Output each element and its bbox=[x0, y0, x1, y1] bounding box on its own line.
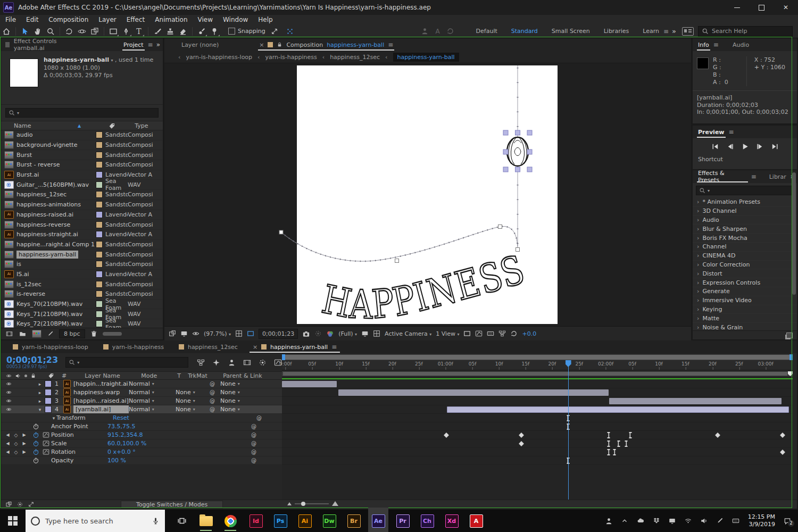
menu-item[interactable]: Animation bbox=[155, 16, 187, 23]
project-item-row[interactable]: happiness-reverse Sandstone Composi bbox=[1, 220, 163, 230]
label-color-chip[interactable] bbox=[96, 320, 103, 327]
parent-pickwhip-icon[interactable]: @ bbox=[210, 406, 215, 412]
effect-category-row[interactable]: Generate bbox=[693, 287, 797, 296]
home-icon[interactable] bbox=[0, 26, 13, 37]
pixel-aspect-icon[interactable] bbox=[463, 330, 471, 337]
last-frame-icon[interactable] bbox=[771, 143, 779, 151]
help-search-input[interactable]: Search Help bbox=[698, 26, 793, 37]
more-workspaces-icon[interactable]: » bbox=[672, 27, 675, 35]
breadcrumb[interactable]: yarn-is-happiness-loop bbox=[178, 54, 252, 61]
stopwatch-icon[interactable] bbox=[32, 423, 39, 430]
display-icon[interactable] bbox=[668, 517, 676, 525]
tab-layer-viewer[interactable]: Layer (none) bbox=[180, 38, 220, 51]
new-folder-icon[interactable] bbox=[19, 330, 27, 337]
effect-category-row[interactable]: CINEMA 4D bbox=[693, 252, 797, 261]
label-color-chip[interactable] bbox=[96, 261, 103, 268]
layer-expander-icon[interactable]: ▸ bbox=[37, 390, 43, 395]
delete-item-icon[interactable] bbox=[90, 330, 97, 337]
add-keyframe-icon[interactable]: ◇ bbox=[14, 441, 18, 446]
breadcrumb[interactable]: happiness_12sec bbox=[322, 54, 380, 61]
puppet-pin-tool-icon[interactable] bbox=[208, 26, 221, 37]
property-row[interactable]: ◀ ◇ ▶ ▾ Rotation 0 x+0.0 ° @ bbox=[1, 448, 282, 456]
next-frame-icon[interactable] bbox=[756, 143, 764, 151]
menu-item[interactable]: Edit bbox=[26, 16, 38, 23]
project-item-row[interactable]: Burst - reverse Sandstone Composi bbox=[1, 160, 163, 170]
trkmat-dropdown[interactable]: None▾ bbox=[176, 406, 210, 413]
tab-info[interactable]: Info bbox=[697, 38, 710, 51]
workspace-tab[interactable]: Libraries bbox=[604, 28, 629, 35]
effect-category-row[interactable]: Matte bbox=[693, 314, 797, 323]
timeline-search-input[interactable]: ▾ bbox=[65, 357, 188, 368]
layer-expander-icon[interactable]: ▸ bbox=[37, 398, 43, 404]
start-button[interactable] bbox=[0, 510, 26, 532]
project-item-row[interactable]: Burst Sandstone Composi bbox=[1, 150, 163, 160]
property-row[interactable]: ◀ ◇ ▶ ▾ Anchor Point 73.5,75.5 @ bbox=[1, 422, 282, 431]
effect-category-row[interactable]: Distort bbox=[693, 269, 797, 278]
workspace-tab[interactable]: Default bbox=[476, 28, 497, 35]
taskbar-app[interactable]: Ch bbox=[420, 511, 434, 531]
zoom-in-icon[interactable] bbox=[332, 501, 338, 506]
property-label[interactable]: Opacity bbox=[51, 457, 107, 464]
resolution-dropdown[interactable]: (Full) ▾ bbox=[338, 330, 357, 337]
menu-item[interactable]: Layer bbox=[98, 16, 116, 23]
label-color-chip[interactable] bbox=[96, 161, 103, 168]
property-label[interactable]: Transform bbox=[56, 414, 113, 421]
clone-stamp-tool-icon[interactable] bbox=[164, 26, 177, 37]
project-item-row[interactable]: Keys_72(210BPM).wav Sea Foam WAV bbox=[1, 319, 163, 328]
motion-blur-icon[interactable] bbox=[259, 359, 267, 367]
lock-column-icon[interactable] bbox=[30, 373, 36, 379]
property-label[interactable]: Anchor Point bbox=[51, 423, 107, 430]
tab-effects-presets[interactable]: Effects & Presets bbox=[697, 170, 748, 183]
project-panel-more-icon[interactable]: » bbox=[156, 41, 159, 48]
label-color-chip[interactable] bbox=[96, 241, 103, 248]
property-value[interactable]: 915.2,354.8 bbox=[107, 431, 187, 438]
layer-visibility-icon[interactable] bbox=[5, 389, 12, 395]
menu-item[interactable]: Effect bbox=[127, 16, 145, 23]
pan-behind-tool-icon[interactable] bbox=[88, 26, 101, 37]
project-panel-menu-icon[interactable]: ≡ bbox=[148, 41, 153, 48]
menu-item[interactable]: File bbox=[5, 16, 16, 23]
project-item-row[interactable]: Burst.ai Lavender Vector A bbox=[1, 170, 163, 180]
menu-item[interactable]: Window bbox=[223, 16, 248, 23]
effect-category-row[interactable]: Audio bbox=[693, 216, 797, 225]
snap-arrows-icon[interactable] bbox=[268, 26, 281, 37]
hide-shy-layers-icon[interactable] bbox=[228, 359, 236, 367]
label-color-chip[interactable] bbox=[96, 301, 103, 307]
column-parent-link[interactable]: Parent & Link bbox=[223, 372, 262, 379]
keyframe[interactable] bbox=[625, 440, 628, 447]
solo-column-icon[interactable] bbox=[24, 375, 27, 377]
taskbar-app[interactable]: Ps bbox=[273, 511, 287, 531]
roto-brush-tool-icon[interactable] bbox=[195, 26, 208, 37]
close-tab-icon[interactable]: × bbox=[259, 41, 264, 48]
current-timecode[interactable]: 0;00;01;23 bbox=[6, 356, 58, 364]
layer-row[interactable]: ▸ 1 [happin...traight.ai] Normal▾ ▾ @ No… bbox=[1, 380, 282, 388]
close-tab-icon[interactable]: × bbox=[253, 344, 257, 351]
add-keyframe-icon[interactable]: ◇ bbox=[14, 433, 18, 438]
layer-expander-icon[interactable]: ▸ bbox=[37, 381, 43, 387]
breadcrumb[interactable]: happiness-yarn-ball bbox=[385, 53, 459, 62]
parent-pickwhip-icon[interactable]: @ bbox=[210, 398, 215, 404]
sort-arrow-icon[interactable]: ▲ bbox=[78, 123, 81, 128]
draft-3d-icon[interactable] bbox=[212, 359, 220, 367]
property-value[interactable]: Reset bbox=[113, 414, 193, 421]
volume-icon[interactable] bbox=[700, 517, 708, 525]
prev-keyframe-icon[interactable]: ◀ bbox=[6, 433, 9, 438]
zoom-tool-icon[interactable] bbox=[44, 26, 57, 37]
layer-label-chip[interactable] bbox=[45, 380, 52, 387]
column-label-icon[interactable] bbox=[109, 122, 115, 129]
eraser-tool-icon[interactable] bbox=[177, 26, 189, 37]
project-item-row[interactable]: happiness-yarn-ball Sandstone Composi bbox=[1, 250, 163, 260]
property-label[interactable]: Scale bbox=[51, 440, 107, 447]
keyframe[interactable] bbox=[617, 440, 620, 447]
video-column-icon[interactable] bbox=[5, 373, 12, 379]
keyframe[interactable] bbox=[629, 432, 631, 438]
timeline-zoom-slider[interactable] bbox=[287, 501, 338, 506]
project-item-row[interactable]: audio Sandstone Composi bbox=[1, 130, 163, 140]
taskbar-app[interactable]: Pr bbox=[396, 511, 410, 531]
project-item-row[interactable]: is_12sec Sandstone Composi bbox=[1, 279, 163, 289]
label-color-chip[interactable] bbox=[96, 142, 103, 148]
label-color-chip[interactable] bbox=[96, 171, 103, 178]
task-view-icon[interactable] bbox=[177, 516, 187, 526]
keyframe[interactable] bbox=[613, 449, 616, 455]
work-area-bar[interactable] bbox=[282, 371, 793, 376]
